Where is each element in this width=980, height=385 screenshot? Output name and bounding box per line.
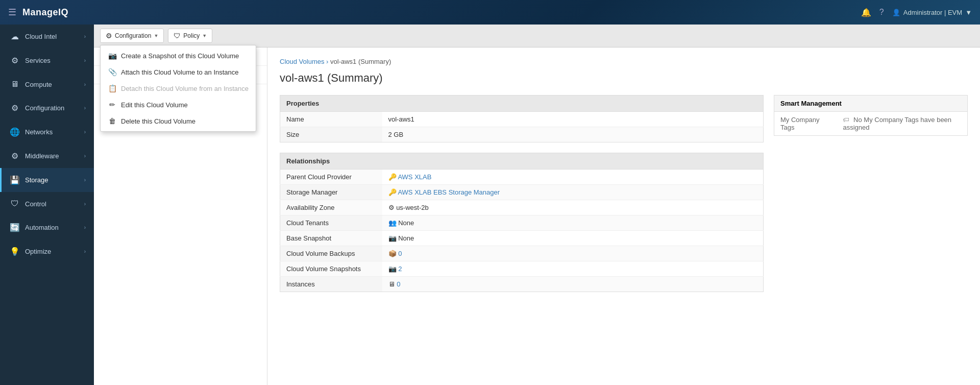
sidebar: ☁ Cloud Intel › ⚙ Services › 🖥 Compute ›… bbox=[0, 25, 94, 385]
configuration-dropdown: 📷 Create a Snapshot of this Cloud Volume… bbox=[100, 45, 256, 132]
user-label: Administrator | EVM bbox=[903, 9, 962, 16]
sidebar-label-control: Control bbox=[25, 200, 46, 208]
configuration-icon: ⚙ bbox=[10, 103, 20, 113]
configuration-button[interactable]: ⚙ Configuration ▼ bbox=[100, 29, 164, 43]
table-row: My Company Tags 🏷 No My Company Tags hav… bbox=[774, 112, 968, 136]
sidebar-item-storage[interactable]: 💾 Storage › bbox=[0, 168, 94, 192]
chevron-right-icon: › bbox=[84, 177, 86, 183]
breadcrumb-separator: › bbox=[326, 58, 328, 65]
table-row: Storage Manager 🔑 AWS XLAB EBS Storage M… bbox=[280, 185, 764, 200]
parent-cloud-label: Parent Cloud Provider bbox=[280, 170, 382, 185]
attach-icon: 📎 bbox=[108, 68, 117, 76]
app-logo: ManageIQ bbox=[22, 7, 68, 18]
chevron-right-icon: › bbox=[84, 82, 86, 87]
configuration-btn-icon: ⚙ bbox=[106, 32, 112, 40]
chevron-right-icon: › bbox=[84, 58, 86, 63]
volume-backups-icon: 📦 bbox=[388, 250, 397, 257]
relationships-table-header: Relationships bbox=[280, 153, 764, 170]
chevron-right-icon: › bbox=[84, 34, 86, 39]
chevron-right-icon: › bbox=[84, 225, 86, 230]
sidebar-label-storage: Storage bbox=[25, 176, 48, 184]
tag-value-text: No My Company Tags have been assigned bbox=[843, 116, 951, 131]
main-content: Cloud Volumes › vol-aws1 (Summary) vol-a… bbox=[267, 47, 980, 385]
sidebar-label-optimize: Optimize bbox=[25, 248, 51, 255]
policy-btn-label: Policy bbox=[183, 32, 200, 39]
edit-label: Edit this Cloud Volume bbox=[121, 101, 188, 109]
smart-management-panel: Smart Management My Company Tags 🏷 No My… bbox=[774, 95, 968, 302]
instances-label: Instances bbox=[280, 277, 382, 292]
base-snapshot-icon: 📷 bbox=[388, 234, 397, 242]
detail-columns: Properties Name vol-aws1 Size bbox=[280, 95, 968, 302]
hamburger-icon[interactable]: ☰ bbox=[8, 7, 16, 18]
sidebar-item-networks[interactable]: 🌐 Networks › bbox=[0, 120, 94, 144]
attach-menu-item[interactable]: 📎 Attach this Cloud Volume to an Instanc… bbox=[101, 64, 256, 80]
attach-label: Attach this Cloud Volume to an Instance bbox=[121, 68, 239, 76]
table-row: Size 2 GB bbox=[280, 127, 764, 142]
sidebar-item-compute[interactable]: 🖥 Compute › bbox=[0, 73, 94, 96]
properties-table-header: Properties bbox=[280, 95, 764, 112]
table-row: Availability Zone ⚙ us-west-2b bbox=[280, 200, 764, 215]
base-snapshot-value: 📷 None bbox=[382, 231, 764, 246]
smart-mgmt-header: Smart Management bbox=[774, 95, 968, 112]
delete-menu-item[interactable]: 🗑 Delete this Cloud Volume bbox=[101, 113, 256, 129]
table-row: Cloud Volume Snapshots 📷 2 bbox=[280, 261, 764, 277]
properties-table: Properties Name vol-aws1 Size bbox=[280, 95, 764, 142]
automation-icon: 🔄 bbox=[10, 223, 20, 232]
sidebar-label-networks: Networks bbox=[25, 128, 53, 136]
sidebar-label-cloud-intel: Cloud Intel bbox=[25, 33, 57, 40]
chevron-right-icon: › bbox=[84, 105, 86, 111]
sidebar-item-configuration[interactable]: ⚙ Configuration › bbox=[0, 96, 94, 120]
notification-icon[interactable]: 🔔 bbox=[861, 8, 871, 17]
chevron-right-icon: › bbox=[84, 201, 86, 207]
configuration-chevron-icon: ▼ bbox=[154, 33, 158, 38]
parent-cloud-value: 🔑 AWS XLAB bbox=[382, 170, 764, 185]
volume-backups-value: 📦 0 bbox=[382, 246, 764, 261]
sidebar-label-automation: Automation bbox=[25, 224, 59, 231]
create-snapshot-label: Create a Snapshot of this Cloud Volume bbox=[121, 52, 239, 60]
breadcrumb: Cloud Volumes › vol-aws1 (Summary) bbox=[280, 58, 968, 65]
cloud-tenants-icon: 👥 bbox=[388, 219, 397, 227]
parent-cloud-icon: 🔑 bbox=[388, 173, 397, 181]
name-label: Name bbox=[280, 112, 382, 127]
sidebar-label-services: Services bbox=[25, 57, 51, 64]
sidebar-item-automation[interactable]: 🔄 Automation › bbox=[0, 215, 94, 239]
storage-manager-label: Storage Manager bbox=[280, 185, 382, 200]
availability-zone-label: Availability Zone bbox=[280, 200, 382, 215]
sidebar-item-middleware[interactable]: ⚙ Middleware › bbox=[0, 144, 94, 168]
sidebar-item-control[interactable]: 🛡 Control › bbox=[0, 192, 94, 215]
detach-menu-item: 📋 Detach this Cloud Volume from an Insta… bbox=[101, 80, 256, 97]
compute-icon: 🖥 bbox=[10, 80, 20, 89]
my-company-tags-label: My Company Tags bbox=[774, 112, 837, 136]
sidebar-item-optimize[interactable]: 💡 Optimize › bbox=[0, 239, 94, 263]
sidebar-item-services[interactable]: ⚙ Services › bbox=[0, 49, 94, 73]
sidebar-label-configuration: Configuration bbox=[25, 104, 64, 112]
breadcrumb-link[interactable]: Cloud Volumes bbox=[280, 58, 324, 65]
detach-label: Detach this Cloud Volume from an Instanc… bbox=[121, 85, 249, 92]
user-info[interactable]: 👤 Administrator | EVM ▼ bbox=[892, 9, 972, 16]
delete-icon: 🗑 bbox=[108, 117, 117, 125]
policy-button[interactable]: 🛡 Policy ▼ bbox=[168, 29, 212, 43]
availability-zone-value: ⚙ us-west-2b bbox=[382, 200, 764, 215]
toolbar: ⚙ Configuration ▼ 🛡 Policy ▼ 📷 Create a … bbox=[94, 25, 980, 47]
storage-manager-value: 🔑 AWS XLAB EBS Storage Manager bbox=[382, 185, 764, 200]
chevron-right-icon: › bbox=[84, 249, 86, 254]
help-icon[interactable]: ? bbox=[879, 8, 884, 17]
my-company-tags-value: 🏷 No My Company Tags have been assigned bbox=[837, 112, 967, 136]
volume-backups-label: Cloud Volume Backups bbox=[280, 246, 382, 261]
storage-manager-icon: 🔑 bbox=[388, 188, 397, 196]
services-icon: ⚙ bbox=[10, 56, 20, 65]
chevron-right-icon: › bbox=[84, 129, 86, 135]
edit-menu-item[interactable]: ✏ Edit this Cloud Volume bbox=[101, 97, 256, 113]
header-right: 🔔 ? 👤 Administrator | EVM ▼ bbox=[861, 8, 972, 17]
header-left: ☰ ManageIQ bbox=[8, 7, 68, 18]
create-snapshot-menu-item[interactable]: 📷 Create a Snapshot of this Cloud Volume bbox=[101, 47, 256, 64]
delete-label: Delete this Cloud Volume bbox=[121, 117, 195, 125]
configuration-btn-label: Configuration bbox=[115, 32, 151, 39]
edit-icon: ✏ bbox=[108, 101, 117, 109]
smart-management-table: Smart Management My Company Tags 🏷 No My… bbox=[774, 95, 968, 136]
main-layout: ☁ Cloud Intel › ⚙ Services › 🖥 Compute ›… bbox=[0, 25, 980, 385]
sidebar-item-cloud-intel[interactable]: ☁ Cloud Intel › bbox=[0, 25, 94, 49]
tag-icon: 🏷 bbox=[843, 116, 849, 124]
table-row: Base Snapshot 📷 None bbox=[280, 231, 764, 246]
detach-icon: 📋 bbox=[108, 84, 117, 92]
